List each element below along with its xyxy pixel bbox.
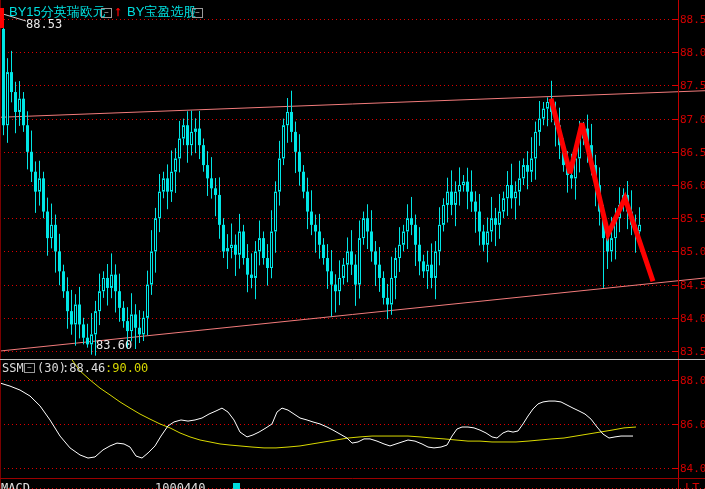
y-axis-label: 86.00 — [680, 180, 705, 191]
minimize-box-icon-2[interactable]: − — [192, 8, 203, 18]
minimize-box-icon[interactable]: − — [101, 8, 112, 18]
clipped-number: 1000440 — [155, 482, 206, 489]
indicator-value-2: :90.00 — [105, 362, 148, 374]
low-price-label: 83.60 — [96, 339, 132, 351]
y-axis-label: 84.50 — [680, 280, 705, 291]
y-axis-label: 87.00 — [680, 114, 705, 125]
indicator-name[interactable]: SSM — [2, 362, 24, 374]
y-axis-label: 84.00 — [680, 463, 705, 474]
y-axis-label: 85.50 — [680, 213, 705, 224]
y-axis-label: 88.50 — [680, 14, 705, 25]
indicator-minimize-box-icon[interactable]: − — [24, 363, 35, 373]
y-axis-label: 86.00 — [680, 419, 705, 430]
clipped-cyan-square — [233, 483, 240, 489]
y-axis-label: 88.00 — [680, 47, 705, 58]
red-candle-icon — [0, 8, 4, 28]
chart-canvas[interactable] — [0, 0, 705, 489]
y-axis-label: 86.50 — [680, 147, 705, 158]
y-axis-label: 87.50 — [680, 80, 705, 91]
clipped-bottom-row: MACD 1000440 LT — [0, 481, 705, 489]
trading-app-screen: BY15分英瑞欧元 − ↑ BY宝盈选股 − 88.53 83.60 88.50… — [0, 0, 705, 489]
indicator-value-1: :88.46 — [62, 362, 105, 374]
y-axis-label: 88.00 — [680, 375, 705, 386]
tool-title[interactable]: BY宝盈选股 — [127, 5, 196, 18]
y-axis-label: 85.00 — [680, 246, 705, 257]
y-axis-label: 84.00 — [680, 313, 705, 324]
clipped-right-label: LT — [685, 482, 699, 489]
up-arrow-icon: ↑ — [114, 5, 121, 18]
y-axis-label: 83.50 — [680, 346, 705, 357]
clipped-indicator-label: MACD — [1, 482, 30, 489]
high-price-label: 88.53 — [26, 18, 62, 30]
